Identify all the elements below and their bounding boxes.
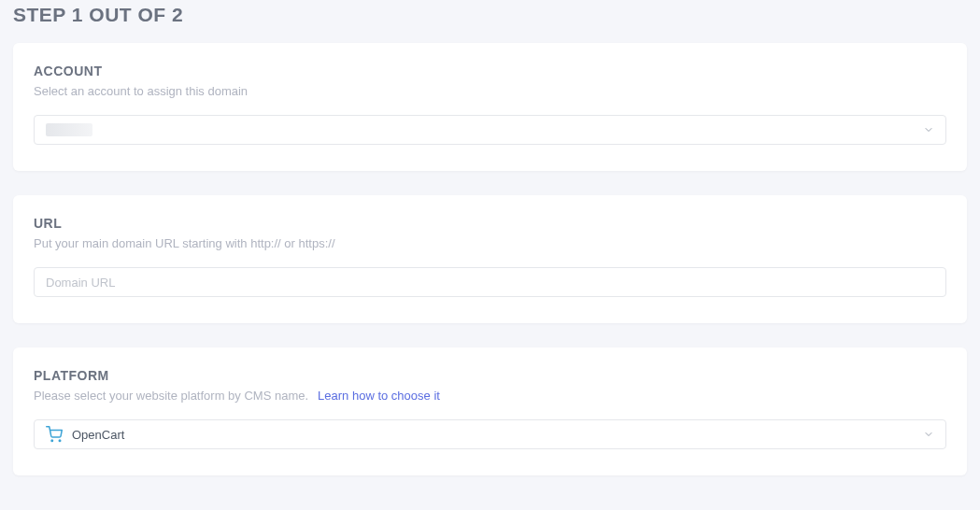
url-card: URL Put your main domain URL starting wi… <box>13 195 967 323</box>
learn-how-link[interactable]: Learn how to choose it <box>318 389 440 403</box>
platform-card: PLATFORM Please select your website plat… <box>13 347 967 475</box>
account-title: ACCOUNT <box>34 64 946 78</box>
page-title: STEP 1 OUT OF 2 <box>13 0 967 43</box>
platform-select[interactable]: OpenCart <box>34 419 946 449</box>
platform-title: PLATFORM <box>34 368 946 383</box>
svg-point-0 <box>51 440 53 442</box>
chevron-down-icon <box>923 124 934 135</box>
account-selected-obscured <box>46 123 92 136</box>
account-select[interactable] <box>34 115 946 145</box>
domain-url-input[interactable] <box>34 267 946 297</box>
account-description: Select an account to assign this domain <box>34 84 946 98</box>
url-title: URL <box>34 216 946 231</box>
account-card: ACCOUNT Select an account to assign this… <box>13 43 967 171</box>
account-select-value <box>46 123 92 136</box>
url-description: Put your main domain URL starting with h… <box>34 236 946 250</box>
chevron-down-icon <box>923 429 934 440</box>
cart-icon <box>46 426 63 443</box>
svg-point-1 <box>59 440 61 442</box>
platform-description: Please select your website platform by C… <box>34 389 308 403</box>
platform-selected-value: OpenCart <box>72 428 124 442</box>
